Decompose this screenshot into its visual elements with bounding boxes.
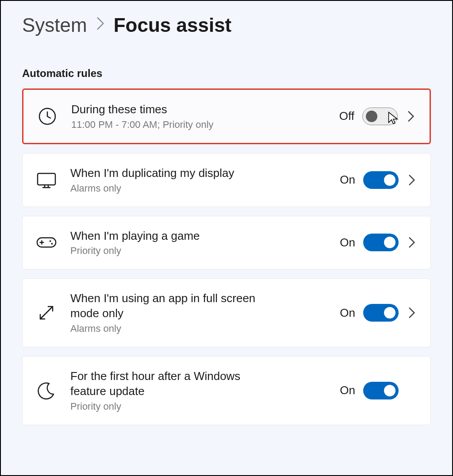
toggle-switch[interactable] — [363, 382, 399, 399]
toggle-switch[interactable] — [363, 304, 399, 322]
toggle-state-label: On — [340, 384, 355, 397]
rule-text: For the first hour after a Windows featu… — [70, 369, 326, 412]
fullscreen-icon — [36, 302, 57, 323]
chevron-right-icon — [96, 16, 105, 35]
breadcrumb-parent[interactable]: System — [22, 14, 87, 36]
rule-subtitle: 11:00 PM - 7:00 AM; Priority only — [71, 119, 326, 131]
rule-controls: On — [340, 382, 417, 399]
rule-title: When I'm using an app in full screen mod… — [70, 291, 256, 321]
breadcrumb: System Focus assist — [22, 14, 431, 36]
toggle-state-label: On — [340, 306, 355, 320]
rule-controls: On — [340, 234, 417, 251]
rule-during-times[interactable]: During these times 11:00 PM - 7:00 AM; P… — [22, 88, 431, 144]
toggle-switch[interactable] — [362, 107, 398, 125]
svg-rect-1 — [38, 173, 55, 185]
gamepad-icon — [36, 232, 57, 253]
toggle-switch[interactable] — [363, 171, 399, 189]
svg-point-3 — [50, 241, 51, 242]
rule-title: For the first hour after a Windows featu… — [70, 369, 256, 399]
section-header: Automatic rules — [22, 67, 431, 80]
rule-subtitle: Alarms only — [70, 183, 326, 194]
chevron-right-icon[interactable] — [406, 111, 416, 122]
chevron-right-icon[interactable] — [407, 237, 417, 248]
rule-subtitle: Alarms only — [70, 323, 326, 334]
toggle-state-label: On — [340, 173, 355, 187]
rule-text: When I'm playing a game Priority only — [70, 229, 326, 257]
rule-text: When I'm duplicating my display Alarms o… — [70, 166, 326, 194]
toggle-state-label: Off — [339, 109, 354, 123]
rule-subtitle: Priority only — [70, 401, 326, 412]
toggle-state-label: On — [340, 236, 355, 250]
clock-icon — [37, 106, 58, 127]
rule-playing-game[interactable]: When I'm playing a game Priority only On — [22, 216, 431, 270]
rule-title: During these times — [71, 102, 257, 117]
rule-text: When I'm using an app in full screen mod… — [70, 291, 326, 334]
breadcrumb-current: Focus assist — [114, 14, 232, 36]
rule-after-update[interactable]: For the first hour after a Windows featu… — [22, 356, 431, 425]
svg-point-4 — [51, 243, 53, 245]
rule-title: When I'm playing a game — [70, 229, 292, 244]
rule-duplicating-display[interactable]: When I'm duplicating my display Alarms o… — [22, 153, 431, 207]
rule-text: During these times 11:00 PM - 7:00 AM; P… — [71, 102, 326, 131]
toggle-switch[interactable] — [363, 234, 399, 251]
rule-title: When I'm duplicating my display — [70, 166, 256, 181]
rule-controls: On — [340, 171, 417, 189]
rule-fullscreen-app[interactable]: When I'm using an app in full screen mod… — [22, 278, 431, 347]
chevron-right-icon[interactable] — [407, 307, 417, 318]
chevron-right-icon[interactable] — [407, 175, 417, 185]
rule-controls: On — [340, 304, 417, 322]
rule-subtitle: Priority only — [70, 245, 326, 257]
rule-controls: Off — [339, 107, 416, 125]
moon-icon — [36, 380, 57, 401]
monitor-icon — [36, 169, 57, 191]
